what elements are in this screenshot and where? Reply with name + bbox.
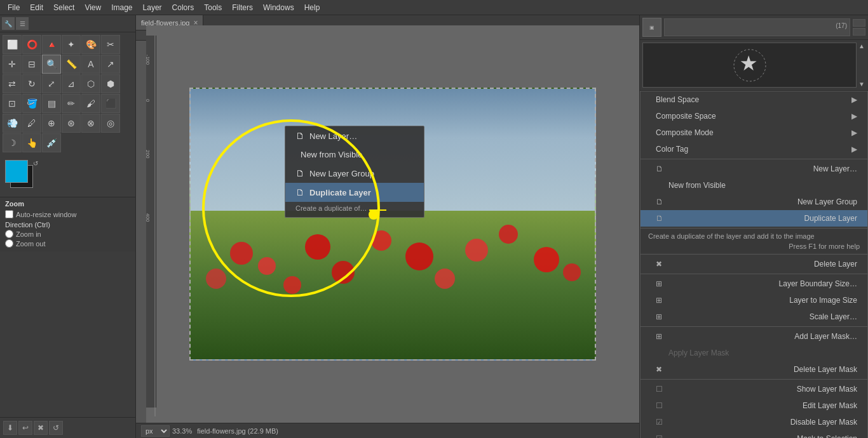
tool-transform[interactable]: ↗ xyxy=(101,55,120,74)
menu-layer[interactable]: Layer xyxy=(138,2,167,13)
tool-perspective-clone[interactable]: ⊗ xyxy=(81,114,100,133)
tool-zoom[interactable]: 🔍 xyxy=(42,55,61,74)
menu-view[interactable]: View xyxy=(79,2,106,13)
rm-mask-to-selection[interactable]: ☑ Mask to Selection xyxy=(641,430,867,438)
tool-paintbrush[interactable]: 🖌 xyxy=(81,94,100,113)
brush-bar: (17) xyxy=(664,18,850,36)
tool-flip[interactable]: ⇄ xyxy=(3,74,22,93)
menu-colors[interactable]: Colors xyxy=(167,2,200,13)
rm-show-layer-mask[interactable]: ☐ Show Layer Mask xyxy=(641,381,867,397)
rm-new-from-visible-label: New from Visible xyxy=(656,181,726,190)
tool-ellipse-select[interactable]: ⭕ xyxy=(22,35,41,54)
svg-point-19 xyxy=(371,230,391,251)
brush-ctrl-1[interactable] xyxy=(853,19,865,27)
menu-filters[interactable]: Filters xyxy=(227,2,258,13)
tool-tabs: 🔧 ☰ xyxy=(0,15,135,32)
tool-eraser[interactable]: ⬛ xyxy=(101,94,120,113)
tool-clone[interactable]: ⊕ xyxy=(42,114,61,133)
scroll-up[interactable]: ▲ xyxy=(858,43,865,50)
menu-help[interactable]: Help xyxy=(299,2,325,13)
rm-disable-layer-mask[interactable]: ☑ Disable Layer Mask xyxy=(641,414,867,430)
tool-pencil[interactable]: ✏ xyxy=(62,94,81,113)
tool-unified-transform[interactable]: ⬢ xyxy=(101,74,120,93)
rm-composite-space[interactable]: Composite Space ▶ xyxy=(641,108,867,124)
unit-select[interactable]: px mm in xyxy=(141,425,170,437)
ctx-new-layer[interactable]: 🗋New Layer… xyxy=(285,126,424,145)
zoom-in-radio[interactable] xyxy=(5,230,13,238)
menu-edit[interactable]: Edit xyxy=(25,2,48,13)
tool-align[interactable]: ⊟ xyxy=(22,55,41,74)
rm-sep2 xyxy=(641,228,867,229)
rm-layer-to-image-size[interactable]: ⊞ Layer to Image Size xyxy=(641,292,867,309)
tool-scissors-select[interactable]: ✂ xyxy=(101,35,120,54)
rm-sep4 xyxy=(641,274,867,274)
tool-airbrush[interactable]: 💨 xyxy=(3,114,22,133)
tool-crop[interactable]: ⊡ xyxy=(3,94,22,113)
rm-edit-layer-mask[interactable]: ☐ Edit Layer Mask xyxy=(641,397,867,414)
rm-new-layer-label: New Layer… xyxy=(813,164,857,173)
export-icon[interactable]: ⬇ xyxy=(3,421,17,435)
menu-image[interactable]: Image xyxy=(106,2,137,13)
menu-tools[interactable]: Tools xyxy=(199,2,227,13)
tool-scale[interactable]: ⤢ xyxy=(42,74,61,93)
color-reset[interactable]: ↺ xyxy=(33,160,43,170)
rm-composite-mode[interactable]: Composite Mode ▶ xyxy=(641,124,867,141)
rm-delete-layer[interactable]: ✖ Delete Layer xyxy=(641,256,867,272)
tool-select-by-color[interactable]: 🎨 xyxy=(81,35,100,54)
zoom-out-row: Zoom out xyxy=(5,239,130,248)
rm-color-tag[interactable]: Color Tag ▶ xyxy=(641,141,867,157)
foreground-color[interactable] xyxy=(5,160,28,183)
ctx-new-layer-group[interactable]: 🗋New Layer Group xyxy=(285,164,424,183)
reset-icon[interactable]: ↺ xyxy=(49,421,63,435)
rm-add-layer-mask[interactable]: ⊞ Add Layer Mask… xyxy=(641,328,867,345)
rm-new-layer-group[interactable]: 🗋 New Layer Group xyxy=(641,194,867,210)
rm-new-layer-group-label: New Layer Group xyxy=(797,197,857,206)
brush-ctrl-2[interactable] xyxy=(853,28,865,36)
tool-shear[interactable]: ⊿ xyxy=(62,74,81,93)
brush-controls xyxy=(853,19,865,36)
tool-measure[interactable]: 📏 xyxy=(62,55,81,74)
tool-fuzzy-select[interactable]: ✦ xyxy=(62,35,81,54)
tool-blur[interactable]: ◎ xyxy=(101,114,120,133)
canvas-background[interactable]: -100 0 200 400 xyxy=(146,25,639,423)
rm-new-layer[interactable]: 🗋 New Layer… xyxy=(641,161,867,177)
menu-windows[interactable]: Windows xyxy=(258,2,299,13)
tool-tab-2[interactable]: ☰ xyxy=(16,17,29,30)
rm-sep6 xyxy=(641,379,867,380)
menu-select[interactable]: Select xyxy=(48,2,79,13)
tool-free-select[interactable]: 🔺 xyxy=(42,35,61,54)
ctx-duplicate-layer[interactable]: 🗋Duplicate Layer xyxy=(285,183,424,202)
zoom-out-radio[interactable] xyxy=(5,239,13,248)
svg-text:0: 0 xyxy=(146,99,151,102)
tool-smudge[interactable]: 👆 xyxy=(22,133,41,152)
tool-text[interactable]: A xyxy=(81,55,100,74)
rm-color-tag-label: Color Tag xyxy=(656,145,688,154)
tool-color-picker[interactable]: 💉 xyxy=(42,133,61,152)
rm-blend-space[interactable]: Blend Space ▶ xyxy=(641,91,867,108)
tool-rotate[interactable]: ↻ xyxy=(22,74,41,93)
tool-rectangle-select[interactable]: ⬜ xyxy=(3,35,22,54)
color-swatches[interactable]: ↺ xyxy=(5,160,43,192)
rm-layer-boundary-size[interactable]: ⊞ Layer Boundary Size… xyxy=(641,275,867,292)
tool-gradient[interactable]: ▤ xyxy=(42,94,61,113)
rm-mask-sel-cb: ☑ xyxy=(656,434,663,438)
tool-tab-1[interactable]: 🔧 xyxy=(2,17,15,30)
tool-dodge-burn[interactable]: ☽ xyxy=(3,133,22,152)
scroll-down[interactable]: ▼ xyxy=(858,81,865,88)
tool-ink[interactable]: 🖊 xyxy=(22,114,41,133)
tool-heal[interactable]: ⊛ xyxy=(62,114,81,133)
rm-new-from-visible[interactable]: New from Visible xyxy=(641,177,867,194)
tool-bucket-fill[interactable]: 🪣 xyxy=(22,94,41,113)
rm-duplicate-layer[interactable]: 🗋 Duplicate Layer xyxy=(641,210,867,227)
auto-resize-checkbox[interactable] xyxy=(5,210,13,218)
ctx-new-from-visible[interactable]: New from Visible xyxy=(285,145,424,164)
rm-apply-layer-mask[interactable]: Apply Layer Mask xyxy=(641,345,867,361)
rm-delete-layer-mask[interactable]: ✖ Delete Layer Mask xyxy=(641,361,867,378)
menu-file[interactable]: File xyxy=(3,2,25,13)
undo-icon[interactable]: ↩ xyxy=(18,421,32,435)
tool-perspective[interactable]: ⬡ xyxy=(81,74,100,93)
rm-scale-layer[interactable]: ⊞ Scale Layer… xyxy=(641,309,867,325)
svg-point-22 xyxy=(499,225,518,244)
delete-icon[interactable]: ✖ xyxy=(34,421,48,435)
tool-move[interactable]: ✛ xyxy=(3,55,22,74)
